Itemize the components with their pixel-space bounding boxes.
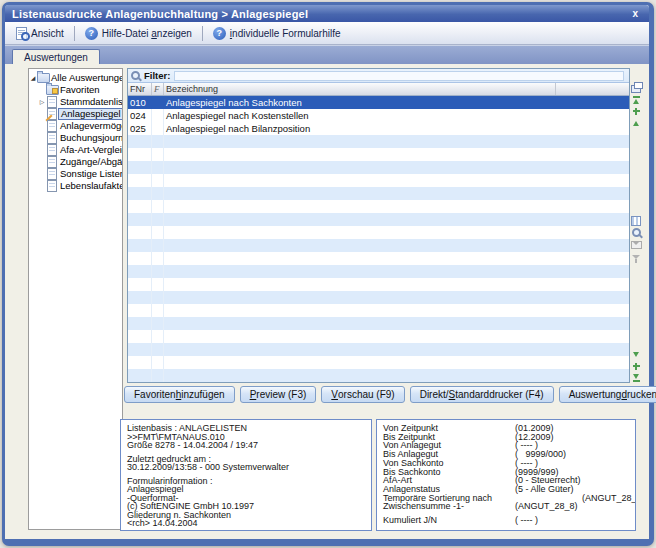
- scroll-down-button[interactable]: [630, 361, 642, 371]
- cell-filler: [556, 265, 629, 278]
- grid-row[interactable]: 010Anlagespiegel nach Sachkonten: [128, 96, 629, 109]
- scroll-up-button[interactable]: [630, 106, 642, 116]
- grid-rows: 010Anlagespiegel nach Sachkonten024Anlag…: [128, 96, 629, 382]
- cell-bezeichnung: [164, 161, 556, 174]
- tree-item-label: Lebenslaufakte: [58, 181, 123, 191]
- column-chooser-icon: [631, 82, 641, 93]
- export-button[interactable]: [630, 240, 642, 250]
- cell-bezeichnung: [164, 304, 556, 317]
- document-icon: [46, 180, 58, 192]
- page-up-icon: [633, 121, 639, 126]
- cell-f: [152, 200, 164, 213]
- scroll-bottom-icon: [633, 374, 640, 383]
- cell-filler: [556, 226, 629, 239]
- grid-empty-row: [128, 343, 629, 356]
- cell-filler: [556, 356, 629, 369]
- favoriten-hinzufuegen-button[interactable]: Favoriten hinzufügen: [124, 386, 235, 403]
- cell-fnr: [128, 161, 152, 174]
- cell-bezeichnung: [164, 278, 556, 291]
- grid-row[interactable]: 024Anlagespiegel nach Kostenstellen: [128, 109, 629, 122]
- grid-empty-row: [128, 356, 629, 369]
- direkt-standarddrucker-button[interactable]: Direkt/Standarddrucker (F4): [410, 386, 554, 403]
- column-header-filler: [556, 83, 629, 95]
- tree-item[interactable]: Anlagespiegel: [29, 108, 122, 120]
- auswertung-drucken-button[interactable]: Auswertung drucken: [559, 386, 656, 403]
- export-icon: [631, 241, 642, 249]
- cell-f: [152, 369, 164, 382]
- cell-fnr: 024: [128, 109, 152, 122]
- grid-empty-row: [128, 252, 629, 265]
- cell-f: [152, 343, 164, 356]
- cell-f: [152, 239, 164, 252]
- columns-button[interactable]: [630, 216, 642, 226]
- param-row: Zwischensumme -1-(ANGUT_28_8): [383, 502, 629, 511]
- hilfe-datei-button[interactable]: Hilfe-Datei anzeigen: [79, 25, 198, 42]
- tree-item-label: Zugänge/Abgänge: [58, 157, 123, 167]
- cell-f: [152, 174, 164, 187]
- grid-empty-row: [128, 135, 629, 148]
- vorschau-button[interactable]: Vorschau (F9): [321, 386, 404, 403]
- tree-root-item[interactable]: ◢Alle Auswertungen: [29, 72, 122, 84]
- cell-bezeichnung: [164, 330, 556, 343]
- ansicht-button[interactable]: Ansicht: [10, 25, 70, 42]
- cell-fnr: [128, 265, 152, 278]
- column-header-f[interactable]: F: [152, 83, 164, 95]
- tree-item-label: Buchungsjournal: [58, 133, 123, 143]
- tree-item[interactable]: Afa-Art-Vergleich: [29, 144, 122, 156]
- formularhilfe-button[interactable]: individuelle Formularhilfe: [207, 25, 347, 42]
- document-icon: [46, 120, 58, 132]
- tree-item[interactable]: Sonstige Listen: [29, 168, 122, 180]
- info-line: <rch> 14.04.2004: [127, 519, 365, 528]
- cell-f: [152, 291, 164, 304]
- tree-item-label: Favoriten: [58, 85, 102, 95]
- cell-bezeichnung: [164, 239, 556, 252]
- tree-expander-icon[interactable]: ▷: [38, 96, 46, 108]
- search-icon: [632, 228, 641, 237]
- search-button[interactable]: [630, 228, 642, 238]
- filter-input[interactable]: [174, 71, 624, 81]
- cell-fnr: [128, 174, 152, 187]
- folder-open-icon: [37, 73, 50, 83]
- scroll-down-icon: [633, 363, 640, 370]
- grid-row[interactable]: 025Anlagespiegel nach Bilanzposition: [128, 122, 629, 135]
- tree-item[interactable]: ▷Stammdatenlisten: [29, 96, 122, 108]
- scroll-top-button[interactable]: [630, 94, 642, 104]
- cell-fnr: [128, 291, 152, 304]
- preview-button[interactable]: Preview (F3): [240, 386, 317, 403]
- grid-empty-row: [128, 265, 629, 278]
- grid-empty-row: [128, 187, 629, 200]
- tree-item[interactable]: Lebenslaufakte: [29, 180, 122, 192]
- page-down-button[interactable]: [630, 349, 642, 359]
- tree-item-label: Anlagevermögen: [58, 121, 123, 131]
- cell-fnr: [128, 278, 152, 291]
- column-header-bezeichnung[interactable]: Bezeichnung: [164, 83, 556, 95]
- cell-bezeichnung: Anlagespiegel nach Kostenstellen: [164, 109, 556, 122]
- tab-label: Auswertungen: [24, 52, 88, 63]
- cell-fnr: [128, 200, 152, 213]
- scroll-bottom-button[interactable]: [630, 373, 642, 383]
- tree-item[interactable]: Zugänge/Abgänge: [29, 156, 122, 168]
- cell-bezeichnung: [164, 200, 556, 213]
- toolbar-separator: [74, 26, 75, 41]
- cell-filler: [556, 239, 629, 252]
- cell-filler: [556, 278, 629, 291]
- evaluations-tree-panel: ◢Alle AuswertungenFavoriten▷Stammdatenli…: [28, 68, 123, 530]
- tab-auswertungen[interactable]: Auswertungen: [12, 49, 100, 64]
- cell-f: [152, 213, 164, 226]
- cell-f: [152, 96, 164, 109]
- cell-bezeichnung: [164, 187, 556, 200]
- tree-item[interactable]: Buchungsjournal: [29, 132, 122, 144]
- window-titlebar: Listenausdrucke Anlagenbuchhaltung > Anl…: [5, 5, 649, 22]
- grid-empty-row: [128, 213, 629, 226]
- document-icon: [47, 96, 57, 108]
- close-button[interactable]: x: [628, 8, 642, 19]
- cell-bezeichnung: [164, 369, 556, 382]
- tree-item[interactable]: Favoriten: [29, 84, 122, 96]
- tree-item[interactable]: Anlagevermögen: [29, 120, 122, 132]
- column-chooser-button[interactable]: [630, 82, 642, 92]
- search-icon: [131, 71, 140, 80]
- page-up-button[interactable]: [630, 118, 642, 128]
- column-header-fnr[interactable]: FNr: [128, 83, 152, 95]
- cell-filler: [556, 343, 629, 356]
- filter-button[interactable]: [630, 252, 642, 262]
